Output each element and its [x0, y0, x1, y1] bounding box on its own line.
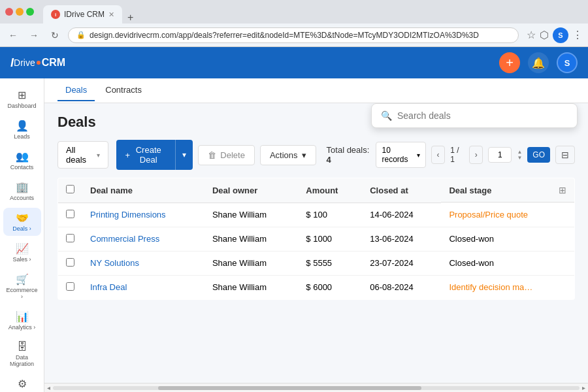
analytics-icon: 📊 — [16, 310, 29, 323]
deal-owner-4: Shane William — [204, 275, 298, 299]
deal-stage-3: Closed-won — [441, 251, 574, 275]
deal-name-link-3[interactable]: NY Solutions — [90, 258, 139, 268]
actions-chevron-icon: ▾ — [302, 150, 306, 160]
all-deals-filter[interactable]: All deals ▾ — [57, 141, 108, 169]
tab-close-icon[interactable]: ✕ — [108, 10, 114, 19]
all-deals-label: All deals — [66, 145, 94, 165]
scroll-left-icon[interactable]: ◂ — [47, 384, 50, 391]
total-count: 4 — [327, 155, 331, 165]
page-spinner-down[interactable]: ▼ — [517, 155, 522, 161]
view-toggle-button[interactable]: ⊟ — [555, 146, 575, 164]
refresh-button[interactable]: ↻ — [47, 27, 63, 43]
total-label: Total deals: — [327, 145, 370, 155]
settings-icon: ⚙ — [18, 378, 27, 390]
user-avatar[interactable]: S — [557, 52, 578, 73]
browser-user-avatar[interactable]: S — [553, 27, 568, 43]
page-input[interactable] — [488, 147, 512, 163]
sidebar-item-deals[interactable]: 🤝 Deals › — [3, 208, 41, 236]
back-button[interactable]: ← — [5, 27, 21, 43]
deals-table: Deal name Deal owner Amount Closed at De… — [57, 178, 575, 300]
amount-4: $ 6000 — [298, 275, 362, 299]
page-spinner-up[interactable]: ▲ — [517, 150, 522, 155]
records-chevron-icon: ▾ — [417, 152, 420, 159]
sales-icon: 📈 — [16, 242, 29, 255]
delete-button[interactable]: 🗑 Delete — [198, 145, 255, 165]
create-deal-button[interactable]: + Create Deal — [116, 140, 176, 170]
deal-name-link-1[interactable]: Printing Dimensions — [90, 210, 166, 220]
deal-owner-1: Shane William — [204, 203, 298, 227]
records-label: 10 records — [382, 146, 414, 164]
records-per-page[interactable]: 10 records ▾ — [376, 142, 425, 168]
browser-menu-button[interactable]: ⋮ — [572, 29, 583, 41]
sidebar-item-leads[interactable]: 👤 Leads — [3, 116, 41, 144]
contacts-icon: 👥 — [16, 150, 29, 163]
traffic-light-max[interactable] — [26, 8, 34, 16]
extensions-button[interactable]: ⬡ — [540, 29, 549, 41]
sidebar-label-leads: Leads — [14, 133, 30, 140]
add-button[interactable]: + — [499, 52, 520, 73]
notifications-button[interactable]: 🔔 — [528, 52, 549, 73]
page-info: 1 / 1 — [450, 146, 464, 164]
table-row: Infra Deal Shane William $ 6000 06-08-20… — [58, 275, 575, 299]
leads-icon: 👤 — [16, 120, 29, 132]
row-checkbox-3[interactable] — [66, 258, 74, 267]
col-adjust-button[interactable]: ⊞ — [559, 185, 566, 195]
scroll-track[interactable] — [53, 386, 580, 390]
create-deal-label: Create Deal — [131, 145, 166, 165]
sidebar-item-contacts[interactable]: 👥 Contacts — [3, 146, 41, 174]
deal-owner-3: Shane William — [204, 251, 298, 275]
sidebar-item-ecommerce[interactable]: 🛒 Ecommerce › — [3, 269, 41, 304]
deal-name-link-4[interactable]: Infra Deal — [90, 282, 127, 292]
go-button[interactable]: GO — [527, 147, 550, 163]
closed-at-2: 13-06-2024 — [362, 227, 441, 251]
all-deals-chevron-icon: ▾ — [97, 152, 100, 159]
sidebar-label-sales: Sales › — [12, 256, 31, 263]
sidebar: ⊞ Dashboard 👤 Leads 👥 Contacts 🏢 Account… — [0, 78, 44, 392]
row-checkbox-2[interactable] — [66, 234, 74, 242]
url-bar[interactable]: 🔒 design.devidrivecrm.com/app/deals?refe… — [68, 27, 519, 43]
col-closed-at: Closed at — [362, 178, 441, 203]
scroll-thumb[interactable] — [158, 386, 421, 390]
horizontal-scrollbar[interactable]: ◂ ▸ — [44, 383, 588, 392]
traffic-light-close[interactable] — [5, 8, 13, 16]
next-page-button[interactable]: › — [469, 146, 483, 164]
dropdown-arrow-icon: ▾ — [182, 150, 186, 159]
delete-label: Delete — [220, 150, 245, 160]
row-checkbox-1[interactable] — [66, 210, 74, 218]
scroll-right-icon[interactable]: ▸ — [582, 384, 585, 391]
deal-stage-1: Proposal/Price quote — [441, 203, 574, 227]
new-tab-button[interactable]: + — [125, 12, 136, 24]
row-checkbox-4[interactable] — [66, 282, 74, 291]
forward-button[interactable]: → — [26, 27, 42, 43]
closed-at-1: 14-06-2024 — [362, 203, 441, 227]
nav-tab-contracts[interactable]: Contracts — [97, 80, 150, 101]
col-deal-stage: Deal stage ⊞ — [441, 178, 574, 203]
url-text: design.devidrivecrm.com/app/deals?referr… — [90, 31, 479, 40]
page-spinner: ▲ ▼ — [517, 150, 522, 161]
deals-icon: 🤝 — [16, 212, 29, 224]
create-deal-dropdown-button[interactable]: ▾ — [175, 140, 193, 170]
table-row: Printing Dimensions Shane William $ 100 … — [58, 203, 575, 227]
prev-page-button[interactable]: ‹ — [431, 146, 446, 164]
sidebar-item-sales[interactable]: 📈 Sales › — [3, 238, 41, 267]
select-all-checkbox[interactable] — [66, 185, 74, 193]
top-nav: I Drive CRM + 🔔 S — [0, 47, 588, 78]
closed-at-4: 06-08-2024 — [362, 275, 441, 299]
amount-1: $ 100 — [298, 203, 362, 227]
browser-tab[interactable]: i IDrive CRM ✕ — [43, 5, 122, 24]
bookmark-button[interactable]: ☆ — [527, 29, 536, 41]
col-deal-name: Deal name — [82, 178, 204, 203]
search-input[interactable] — [397, 110, 568, 121]
sidebar-item-settings[interactable]: ⚙ Settings › — [3, 374, 41, 392]
traffic-light-min[interactable] — [16, 8, 24, 16]
sidebar-label-ecommerce: Ecommerce › — [6, 287, 39, 300]
sidebar-item-accounts[interactable]: 🏢 Accounts — [3, 177, 41, 205]
deal-name-link-2[interactable]: Commercial Press — [90, 234, 159, 244]
sidebar-item-analytics[interactable]: 📊 Analytics › — [3, 306, 41, 335]
sidebar-item-dashboard[interactable]: ⊞ Dashboard — [3, 85, 41, 113]
nav-tab-deals[interactable]: Deals — [57, 80, 95, 101]
actions-button[interactable]: Actions ▾ — [260, 145, 316, 165]
sidebar-item-data-migration[interactable]: 🗄 Data Migration — [3, 337, 41, 371]
sidebar-label-data-migration: Data Migration — [6, 354, 39, 367]
col-checkbox — [58, 178, 83, 203]
